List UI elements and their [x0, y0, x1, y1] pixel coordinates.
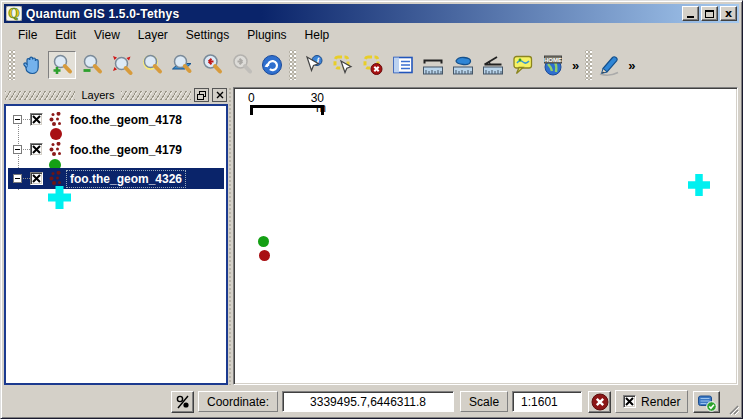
map-feature-cyan-cross: [687, 173, 711, 197]
scale-field[interactable]: 1:1601: [512, 391, 582, 412]
measure-area-button[interactable]: [449, 51, 477, 79]
layer-name-4178[interactable]: foo.the_geom_4178: [67, 112, 185, 128]
menu-file[interactable]: File: [9, 26, 46, 44]
menu-layer[interactable]: Layer: [129, 26, 177, 44]
dock-close-icon: [216, 91, 224, 99]
close-button[interactable]: x: [720, 6, 737, 21]
coordinate-field[interactable]: 3339495.7,6446311.8: [282, 391, 454, 412]
dock-texture: [5, 91, 75, 100]
zoom-in-icon: [51, 54, 73, 76]
pan-map-button[interactable]: [18, 51, 46, 79]
measure-angle-button[interactable]: [479, 51, 507, 79]
zoom-full-extent-icon: [111, 54, 133, 76]
checkbox-x-icon: [32, 115, 41, 124]
zoom-to-layer-button[interactable]: [168, 51, 196, 79]
layer-visibility-checkbox[interactable]: [30, 113, 43, 126]
crs-status-icon: [697, 392, 717, 412]
float-icon: [197, 91, 206, 100]
text-annotation-pen-icon: [597, 53, 621, 77]
layer-row-4326[interactable]: foo.the_geom_4326: [8, 168, 224, 189]
layer-name-4179[interactable]: foo.the_geom_4179: [67, 142, 185, 158]
svg-text:HOME: HOME: [544, 57, 562, 63]
zoom-to-selection-icon: [141, 54, 163, 76]
render-toggle-group[interactable]: Render: [615, 390, 688, 413]
layer-row-4178[interactable]: foo.the_geom_4178: [8, 109, 224, 130]
menu-view[interactable]: View: [85, 26, 129, 44]
map-tips-icon: [512, 54, 534, 76]
crs-status-button[interactable]: [693, 391, 720, 413]
toolbar-drag-handle[interactable]: [585, 50, 592, 80]
collapse-expander[interactable]: [13, 174, 22, 183]
scalebar-bar: [250, 105, 324, 115]
layer-visibility-checkbox[interactable]: [30, 143, 43, 156]
dock-close-button[interactable]: [212, 88, 227, 102]
map-tips-button[interactable]: [509, 51, 537, 79]
layer-name-4326[interactable]: foo.the_geom_4326: [67, 171, 185, 187]
window-title: Quantum GIS 1.5.0-Tethys: [26, 7, 678, 21]
zoom-to-selection-button[interactable]: [138, 51, 166, 79]
deselect-features-button[interactable]: [359, 51, 387, 79]
map-feature-green-point: [258, 236, 269, 247]
zoom-out-button[interactable]: [78, 51, 106, 79]
stop-rendering-icon: [591, 393, 609, 411]
layers-panel-titlebar[interactable]: Layers: [4, 87, 228, 103]
extents-toggle-icon: [175, 394, 191, 410]
minimize-icon: [687, 16, 694, 18]
zoom-next-icon: [231, 54, 253, 76]
point-layer-icon: [49, 171, 64, 186]
menu-settings[interactable]: Settings: [177, 26, 238, 44]
refresh-map-button[interactable]: [258, 51, 286, 79]
text-annotation-button[interactable]: [595, 51, 623, 79]
maximize-icon: [705, 10, 714, 18]
app-window: Q Quantum GIS 1.5.0-Tethys x File Edit V…: [0, 0, 743, 419]
zoom-last-button[interactable]: [198, 51, 226, 79]
home-bookmark-button[interactable]: HOME: [539, 51, 567, 79]
zoom-next-button[interactable]: [228, 51, 256, 79]
toolbar-drag-handle[interactable]: [289, 50, 296, 80]
zoom-full-extent-button[interactable]: [108, 51, 136, 79]
pan-hand-icon: [21, 54, 43, 76]
measure-line-button[interactable]: [419, 51, 447, 79]
title-bar[interactable]: Q Quantum GIS 1.5.0-Tethys x: [4, 4, 739, 23]
layer-visibility-checkbox[interactable]: [30, 172, 43, 185]
measure-angle-icon: [482, 54, 504, 76]
collapse-expander[interactable]: [13, 145, 22, 154]
scalebar-unit-label: m: [316, 101, 326, 115]
menu-plugins[interactable]: Plugins: [238, 26, 295, 44]
map-canvas[interactable]: 0 30 m: [233, 87, 738, 385]
toolbar-overflow-chevron-2[interactable]: »: [624, 58, 639, 73]
render-label: Render: [641, 395, 680, 409]
menu-edit[interactable]: Edit: [46, 26, 85, 44]
layer-row-4179[interactable]: foo.the_geom_4179: [8, 139, 224, 160]
render-checkbox[interactable]: [623, 395, 636, 408]
point-layer-icon: [49, 112, 64, 127]
refresh-icon: [261, 54, 283, 76]
layer-symbol-cyan-cross: [47, 185, 72, 210]
select-features-icon: [332, 54, 354, 76]
toolbar-drag-handle[interactable]: [8, 50, 15, 80]
window-resize-grip[interactable]: [726, 402, 739, 415]
toggle-extents-button[interactable]: [171, 391, 194, 413]
zoom-in-button[interactable]: [48, 51, 76, 79]
status-bar: Coordinate: 3339495.7,6446311.8 Scale 1:…: [4, 388, 739, 415]
minimize-button[interactable]: [682, 6, 699, 21]
dock-float-button[interactable]: [194, 88, 209, 102]
dock-texture: [121, 91, 191, 100]
home-bookmark-icon: HOME: [541, 54, 565, 76]
scale-value: 1:1601: [521, 395, 558, 409]
maximize-button[interactable]: [701, 6, 718, 21]
select-features-button[interactable]: [329, 51, 357, 79]
identify-features-button[interactable]: i: [299, 51, 327, 79]
zoom-last-icon: [201, 54, 223, 76]
layers-panel-title: Layers: [78, 89, 117, 101]
collapse-expander[interactable]: [13, 115, 22, 124]
map-feature-red-point: [259, 250, 270, 261]
stop-rendering-button[interactable]: [588, 391, 611, 413]
svg-text:Q: Q: [8, 6, 19, 21]
attribute-table-icon: [392, 54, 414, 76]
toolbar-overflow-chevron[interactable]: »: [568, 58, 583, 73]
menu-help[interactable]: Help: [296, 26, 339, 44]
open-attribute-table-button[interactable]: [389, 51, 417, 79]
layer-tree[interactable]: foo.the_geom_4178 foo.the_geom_4179: [4, 104, 228, 385]
identify-icon: i: [302, 54, 324, 76]
